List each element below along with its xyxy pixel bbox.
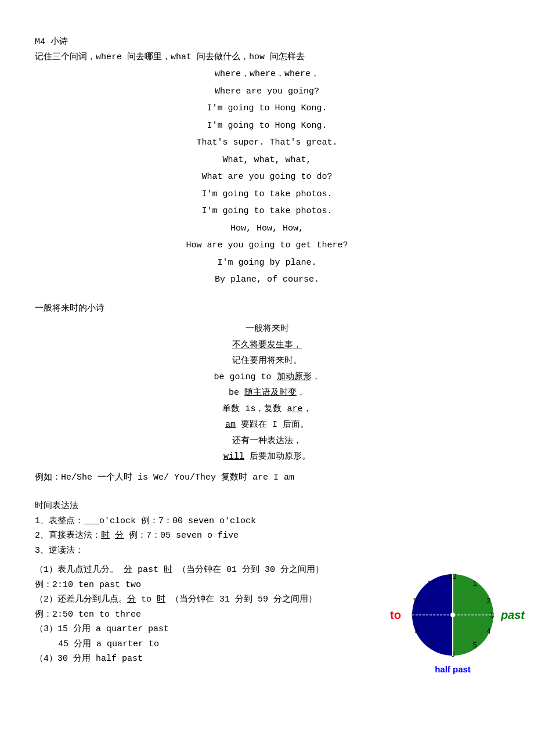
clock-visual: 12 1 2 3 4 5 6 7 8 9 10 11 — [406, 568, 499, 661]
future-poem-l6: am 要跟在 I 后面。 — [35, 417, 499, 433]
time-rule-2: 2、直接表达法：时 分 例：7：05 seven o five — [35, 528, 499, 543]
clock-half-past-label: half past — [435, 662, 471, 677]
future-poem-l4: be 随主语及时变， — [35, 386, 499, 401]
poem-line-13: By plane, of course. — [35, 272, 499, 287]
poem-line-4: I'm going to Hong Kong. — [35, 118, 499, 134]
time-rule-3: 3、逆读法： — [35, 543, 499, 559]
poem-line-8: I'm going to take photos. — [35, 187, 499, 202]
poem-line-10: How, How, How, — [35, 221, 499, 236]
svg-text:3: 3 — [490, 611, 495, 620]
clock-diagram: 12 1 2 3 4 5 6 7 8 9 10 11 — [406, 568, 499, 661]
future-poem-subtitle: 一般将来时 — [35, 322, 499, 337]
svg-text:7: 7 — [430, 641, 434, 649]
time-rule-1: 1、表整点：___o'clock 例：7：00 seven o'clock — [35, 514, 499, 529]
time-subrule-2-label: （2）还差几分到几点。分 to 时 （当分钟在 31 分到 59 分之间用） — [35, 592, 395, 607]
future-poem-l5: 单数 is，复数 are， — [35, 402, 499, 417]
poem-line-1: where，where，where， — [35, 67, 499, 82]
svg-text:4: 4 — [487, 627, 491, 635]
future-example-line: 例如：He/She 一个人时 is We/ You/They 复数时 are I… — [35, 470, 499, 485]
clock-section-container: （1）表几点过几分。 分 past 时 （当分钟在 01 分到 30 分之间用）… — [35, 563, 499, 667]
poem-line-6: What, what, what, — [35, 153, 499, 168]
future-poem-l2: 记住要用将来时。 — [35, 354, 499, 369]
future-poem-l1: 不久将要发生事， — [35, 338, 499, 353]
future-poem-l7: 还有一种表达法， — [35, 434, 499, 449]
clock-past-label: past — [501, 605, 525, 625]
time-subrule-1-label: （1）表几点过几分。 分 past 时 （当分钟在 01 分到 30 分之间用） — [35, 563, 395, 578]
future-poem-l8: will 后要加动原形。 — [35, 449, 499, 465]
future-poem-l3: be going to 加动原形， — [35, 370, 499, 385]
time-subrule-3: （3）15 分用 a quarter past — [35, 622, 395, 637]
section-future-tense-poem: 一般将来时的小诗 一般将来时 不久将要发生事， 记住要用将来时。 be goin… — [35, 301, 499, 485]
clock-svg: 12 1 2 3 4 5 6 7 8 9 10 11 — [406, 568, 499, 661]
poem-line-2: Where are you going? — [35, 84, 499, 99]
time-subrule-3-sub: 45 分用 a quarter to — [58, 637, 395, 652]
time-subrule-2-example: 例：2:50 ten to three — [35, 607, 395, 622]
poem-line-5: That's super. That's great. — [35, 135, 499, 150]
time-subrule-4: （4）30 分用 half past — [35, 651, 395, 667]
svg-text:9: 9 — [412, 611, 416, 620]
time-section-title: 时间表达法 — [35, 499, 499, 514]
m4-title: M4 小诗 — [35, 35, 499, 50]
m4-intro: 记住三个问词，where 问去哪里，what 问去做什么，how 问怎样去 — [35, 50, 499, 65]
section-m4-poem: M4 小诗 记住三个问词，where 问去哪里，what 问去做什么，how 问… — [35, 35, 499, 287]
poem-line-9: I'm going to take photos. — [35, 204, 499, 219]
svg-text:5: 5 — [473, 641, 477, 649]
poem-line-3: I'm going to Hong Kong. — [35, 101, 499, 116]
clock-text-rules: （1）表几点过几分。 分 past 时 （当分钟在 01 分到 30 分之间用）… — [35, 563, 395, 667]
svg-text:11: 11 — [427, 579, 435, 588]
future-poem-title-main: 一般将来时的小诗 — [35, 301, 499, 316]
poem-line-11: How are you going to get there? — [35, 238, 499, 253]
svg-text:2: 2 — [487, 597, 491, 605]
svg-text:1: 1 — [473, 579, 477, 588]
section-time-expression: 时间表达法 1、表整点：___o'clock 例：7：00 seven o'cl… — [35, 499, 499, 667]
svg-text:10: 10 — [413, 597, 421, 605]
clock-to-label: to — [390, 605, 401, 625]
poem-line-12: I'm going by plane. — [35, 255, 499, 271]
svg-text:8: 8 — [415, 627, 419, 635]
time-subrule-1-example: 例：2:10 ten past two — [35, 578, 395, 593]
poem-line-7: What are you going to do? — [35, 170, 499, 185]
